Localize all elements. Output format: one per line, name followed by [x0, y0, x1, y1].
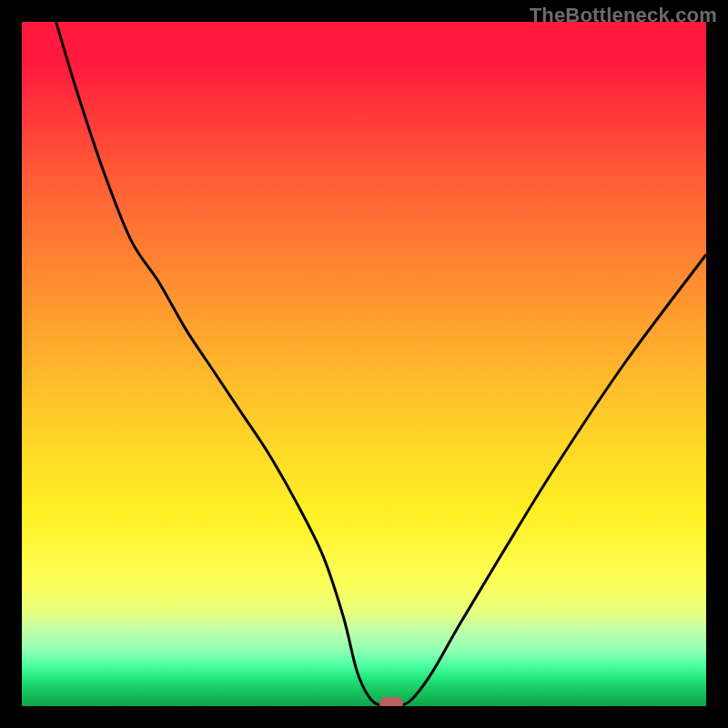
- bottleneck-curve-path: [56, 22, 706, 706]
- chart-frame: TheBottleneck.com: [0, 0, 728, 728]
- curve-svg: [22, 22, 706, 706]
- optimal-point-marker: [379, 697, 403, 706]
- plot-area: [22, 22, 706, 706]
- watermark-text: TheBottleneck.com: [530, 4, 717, 27]
